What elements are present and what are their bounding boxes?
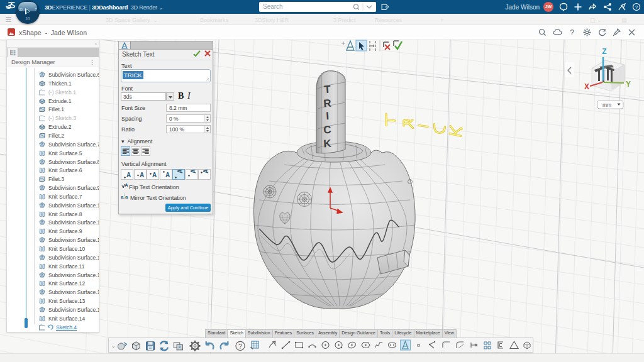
svg-text:mm: mm: [602, 102, 611, 108]
svg-text:A: A: [177, 170, 184, 173]
svg-text:A: A: [125, 182, 128, 188]
svg-text:?: ?: [238, 343, 242, 350]
svg-text:a: a: [125, 194, 128, 200]
svg-text:?: ?: [635, 4, 638, 10]
svg-text:R: R: [323, 97, 332, 110]
svg-text:A: A: [190, 170, 197, 173]
svg-text:Z: Z: [602, 47, 606, 56]
svg-text:T: T: [324, 84, 331, 96]
svg-text:X: X: [584, 82, 589, 91]
svg-text:a: a: [121, 194, 124, 200]
svg-text:A: A: [140, 172, 144, 178]
svg-text:A: A: [203, 170, 209, 173]
svg-text:A: A: [152, 172, 157, 178]
svg-text:A: A: [126, 172, 131, 178]
svg-text:?: ?: [570, 28, 574, 37]
svg-text:Y: Y: [626, 80, 631, 89]
svg-text:A: A: [165, 172, 170, 178]
svg-text:K: K: [323, 138, 332, 150]
svg-text:C: C: [323, 124, 332, 136]
